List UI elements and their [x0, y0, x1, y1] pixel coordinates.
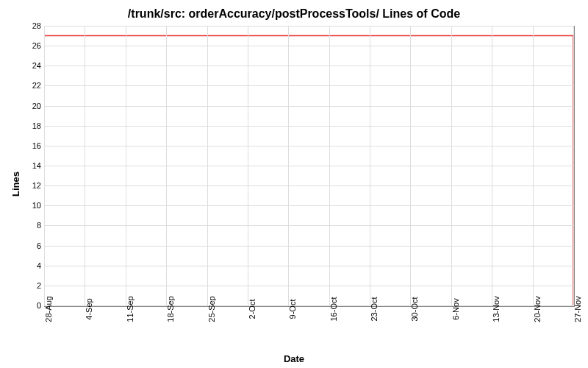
x-tick-label: 16-Oct	[329, 297, 338, 321]
x-tick-label: 11-Sep	[126, 296, 135, 322]
y-tick-label: 8	[19, 221, 41, 230]
x-tick-label: 25-Sep	[207, 296, 216, 322]
x-axis-label: Date	[0, 353, 588, 364]
y-tick-label: 18	[19, 121, 41, 130]
x-tick-label: 30-Oct	[410, 297, 419, 321]
y-tick-label: 0	[19, 301, 41, 310]
y-tick-label: 4	[19, 261, 41, 270]
y-tick-label: 10	[19, 201, 41, 210]
x-tick-label: 6-Nov	[451, 298, 460, 319]
y-tick-label: 14	[19, 161, 41, 170]
y-tick-label: 28	[19, 21, 41, 30]
y-tick-label: 26	[19, 41, 41, 50]
y-tick-label: 16	[19, 141, 41, 150]
y-tick-label: 2	[19, 281, 41, 290]
y-tick-label: 12	[19, 181, 41, 190]
y-tick-label: 20	[19, 102, 41, 110]
plot-area	[44, 26, 575, 307]
y-tick-label: 24	[19, 61, 41, 70]
x-tick-label: 28-Aug	[44, 296, 53, 322]
x-tick-label: 9-Oct	[288, 300, 297, 319]
x-tick-label: 13-Nov	[492, 296, 501, 322]
x-tick-label: 23-Oct	[370, 297, 379, 321]
x-tick-label: 4-Sep	[85, 298, 93, 319]
x-tick-label: 27-Nov	[573, 296, 582, 322]
chart-container: /trunk/src: orderAccuracy/postProcessToo…	[0, 0, 588, 368]
x-tick-label: 20-Nov	[533, 296, 542, 322]
x-tick-label: 2-Oct	[248, 300, 257, 319]
y-tick-label: 22	[19, 81, 41, 90]
y-tick-label: 6	[19, 241, 41, 250]
chart-title: /trunk/src: orderAccuracy/postProcessToo…	[0, 7, 588, 21]
x-tick-label: 18-Sep	[166, 296, 175, 322]
